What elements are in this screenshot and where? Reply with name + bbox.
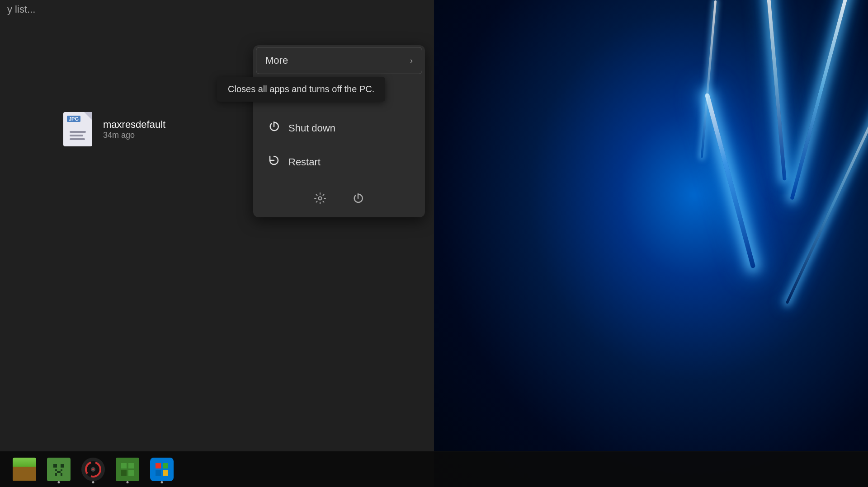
power-icon-button[interactable]: [348, 188, 368, 208]
file-icon: JPG: [63, 112, 92, 146]
svg-point-14: [92, 468, 94, 470]
file-info: maxresdefault 34m ago: [103, 119, 165, 140]
tooltip-text: Closes all apps and turns off the PC.: [228, 84, 374, 94]
settings-icon-button[interactable]: [310, 188, 330, 208]
taskbar-item-minecraft-grass[interactable]: [9, 454, 40, 485]
taskbar-item-circular-tool[interactable]: [78, 454, 108, 485]
svg-rect-17: [128, 463, 134, 468]
svg-rect-6: [55, 469, 57, 471]
svg-rect-7: [61, 469, 62, 471]
restart-label: Restart: [288, 156, 321, 168]
file-name: maxresdefault: [103, 119, 165, 131]
svg-point-2: [319, 197, 322, 200]
svg-rect-3: [50, 460, 68, 478]
top-hint-text: y list...: [7, 4, 35, 15]
svg-rect-19: [128, 470, 134, 476]
svg-rect-8: [57, 471, 61, 473]
shutdown-button[interactable]: Shut down: [256, 112, 422, 144]
grass-block-icon: [13, 458, 36, 481]
stars-background: [434, 0, 868, 487]
restart-button[interactable]: Restart: [256, 146, 422, 178]
menu-separator-2: [259, 180, 420, 180]
shutdown-icon: [267, 120, 281, 136]
svg-rect-10: [61, 473, 62, 476]
recent-file-item[interactable]: JPG maxresdefault 34m ago: [63, 112, 165, 146]
file-corner: [84, 112, 92, 120]
taskbar-item-minecraft-pickaxe[interactable]: [112, 454, 143, 485]
chevron-right-icon: ›: [410, 56, 413, 66]
svg-rect-9: [55, 473, 57, 476]
taskbar-item-ms-store[interactable]: [146, 454, 177, 485]
shutdown-tooltip: Closes all apps and turns off the PC.: [217, 77, 385, 102]
file-type-badge: JPG: [67, 116, 80, 122]
beam-2: [765, 0, 786, 180]
menu-bottom-actions: [253, 181, 425, 217]
pickaxe-icon: [116, 458, 139, 481]
wallpaper-panel: [434, 0, 868, 487]
svg-rect-18: [121, 470, 127, 476]
svg-rect-5: [61, 464, 64, 468]
power-menu: More › Lock Shut down: [253, 45, 425, 217]
left-panel: y list... JPG maxresdefault 34m ago Clos…: [0, 0, 434, 487]
shutdown-label: Shut down: [288, 122, 335, 134]
svg-rect-16: [121, 463, 127, 468]
taskbar-dot-circular: [92, 481, 94, 483]
taskbar: [0, 451, 868, 487]
more-label: More: [265, 55, 288, 66]
ms-store-icon: [150, 458, 174, 481]
svg-rect-24: [163, 470, 168, 476]
beam-5: [701, 0, 717, 158]
menu-separator-1: [259, 110, 420, 110]
top-hint: y list...: [0, 0, 42, 19]
svg-rect-22: [163, 463, 168, 468]
file-lines: [67, 129, 89, 142]
svg-rect-4: [53, 464, 57, 468]
svg-rect-21: [156, 463, 161, 468]
taskbar-dot-pickaxe: [127, 481, 129, 483]
taskbar-dot-ms-store: [161, 481, 163, 483]
beam-1: [790, 0, 852, 200]
taskbar-item-creeper[interactable]: [43, 454, 74, 485]
taskbar-dot-creeper: [58, 481, 60, 483]
restart-icon: [267, 154, 281, 170]
creeper-icon: [47, 458, 71, 481]
circular-tool-icon: [81, 458, 105, 481]
more-button[interactable]: More ›: [256, 47, 422, 74]
file-time: 34m ago: [103, 131, 165, 140]
svg-rect-23: [156, 470, 161, 476]
beam-4: [704, 93, 755, 269]
